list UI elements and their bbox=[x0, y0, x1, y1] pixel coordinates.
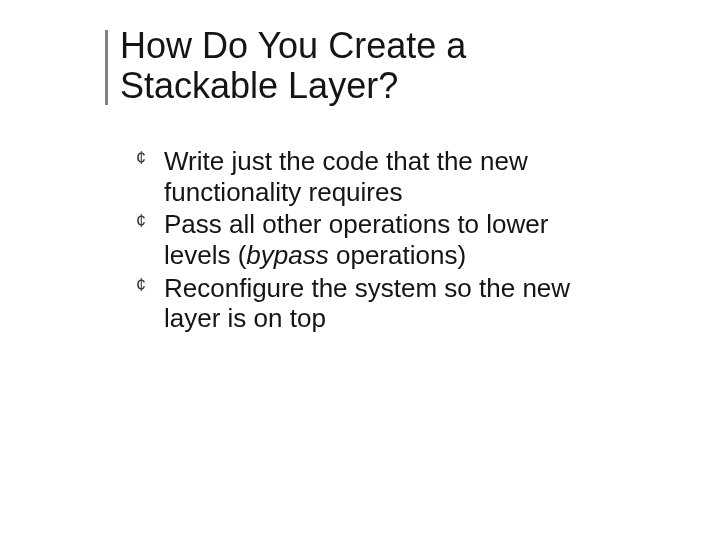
dot-icon bbox=[69, 62, 79, 72]
slide: How Do You Create a Stackable Layer? Wri… bbox=[0, 0, 720, 540]
slide-body: Write just the code that the new functio… bbox=[136, 146, 616, 336]
bullet-emph: bypass bbox=[246, 240, 328, 270]
list-item: Write just the code that the new functio… bbox=[136, 146, 616, 207]
title-divider-bar bbox=[105, 30, 108, 105]
list-item: Reconfigure the system so the new layer … bbox=[136, 273, 616, 334]
decorative-dots bbox=[54, 62, 94, 72]
list-item: Pass all other operations to lower level… bbox=[136, 209, 616, 270]
bullet-text: Write just the code that the new functio… bbox=[164, 146, 528, 207]
bullet-text: operations) bbox=[329, 240, 466, 270]
dot-icon bbox=[54, 62, 64, 72]
bullet-list: Write just the code that the new functio… bbox=[136, 146, 616, 334]
slide-title: How Do You Create a Stackable Layer? bbox=[120, 26, 630, 107]
bullet-text: Reconfigure the system so the new layer … bbox=[164, 273, 570, 334]
dot-icon bbox=[84, 62, 94, 72]
